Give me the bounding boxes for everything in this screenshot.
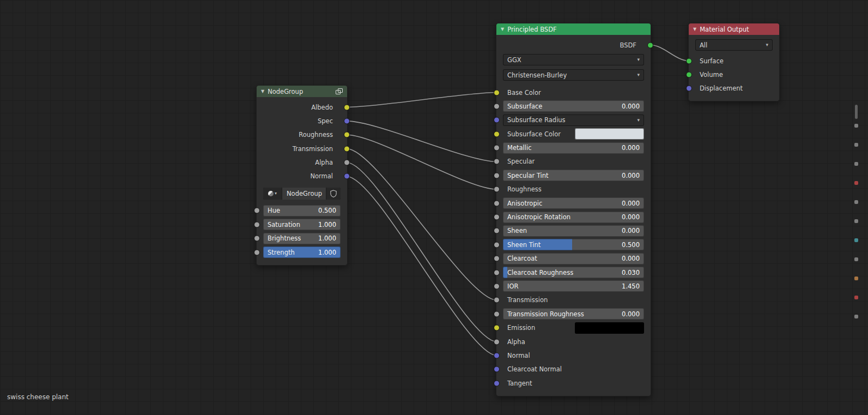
- gray-socket[interactable]: [494, 172, 500, 178]
- gray-socket[interactable]: [254, 236, 260, 242]
- slider-value: 1.000: [318, 249, 336, 256]
- material-output-header[interactable]: ▼ Material Output: [689, 23, 779, 35]
- slider-label: Brightness: [268, 234, 301, 242]
- value-slider[interactable]: Brightness1.000: [263, 233, 341, 244]
- subsurface-method-dropdown[interactable]: Christensen-Burley ▾: [503, 69, 644, 81]
- node-nodegroup[interactable]: ▼ NodeGroup AlbedoSpecRoughnessTransmiss…: [256, 85, 348, 266]
- collapse-triangle-icon[interactable]: ▼: [501, 27, 504, 32]
- subsurface-radius-dropdown[interactable]: Subsurface Radius▾: [503, 115, 644, 126]
- output-label: Roughness: [299, 131, 333, 139]
- output-row: Normal: [263, 171, 341, 182]
- output-row: Spec: [263, 115, 341, 127]
- fake-user-shield-icon[interactable]: [326, 188, 341, 200]
- principled-header[interactable]: ▼ Principled BSDF: [496, 23, 651, 35]
- gray-socket[interactable]: [254, 208, 260, 214]
- gray-socket[interactable]: [494, 103, 500, 109]
- purple-socket[interactable]: [494, 366, 500, 372]
- value-slider[interactable]: Metallic0.000: [503, 142, 644, 154]
- purple-socket[interactable]: [494, 117, 500, 123]
- gray-socket[interactable]: [494, 214, 500, 220]
- distribution-dropdown[interactable]: GGX ▾: [503, 54, 644, 65]
- value-slider[interactable]: Clearcoat Roughness0.030: [503, 267, 644, 278]
- gray-socket[interactable]: [494, 339, 500, 345]
- bsdf-input-row: Normal: [503, 350, 644, 361]
- gray-socket[interactable]: [494, 256, 500, 262]
- value-slider[interactable]: Sheen Tint0.500: [503, 239, 644, 250]
- purple-socket[interactable]: [494, 380, 500, 386]
- target-dropdown[interactable]: All ▾: [695, 39, 773, 51]
- value-slider[interactable]: Clearcoat0.000: [503, 253, 644, 264]
- value-slider[interactable]: Subsurface0.000: [503, 100, 644, 112]
- gray-socket[interactable]: [494, 187, 500, 193]
- node-link: [347, 93, 497, 107]
- chevron-down-icon: ▾: [637, 118, 640, 123]
- value-slider[interactable]: Specular Tint0.000: [503, 170, 644, 181]
- slider-label: Clearcoat: [507, 255, 537, 262]
- slider-label: Anisotropic: [507, 200, 542, 207]
- value-slider[interactable]: IOR1.450: [503, 280, 644, 292]
- collapse-triangle-icon[interactable]: ▼: [693, 27, 696, 32]
- value-slider[interactable]: Transmission Roughness0.000: [503, 308, 644, 320]
- gray-socket[interactable]: [494, 159, 500, 165]
- color-swatch[interactable]: [575, 322, 644, 334]
- gray-socket[interactable]: [494, 269, 500, 275]
- slider-value: 0.000: [622, 310, 640, 318]
- nodegroup-name-field[interactable]: NodeGroup: [282, 188, 326, 200]
- value-slider[interactable]: Anisotropic0.000: [503, 197, 644, 209]
- slider-label: Transmission Roughness: [507, 310, 584, 318]
- gray-socket[interactable]: [494, 228, 500, 234]
- value-slider[interactable]: Strength1.000: [263, 246, 341, 258]
- slider-label: Specular Tint: [507, 172, 549, 179]
- edge-dot-icon: [854, 124, 858, 128]
- purple-socket[interactable]: [686, 86, 692, 92]
- green-socket[interactable]: [686, 58, 692, 64]
- gray-socket[interactable]: [494, 200, 500, 206]
- browse-nodetree-icon[interactable]: ▾: [263, 188, 282, 200]
- gray-socket[interactable]: [494, 297, 500, 303]
- nodegroup-selector[interactable]: ▾ NodeGroup: [263, 188, 341, 200]
- nodegroup-title: NodeGroup: [268, 88, 332, 95]
- gray-socket[interactable]: [494, 311, 500, 317]
- purple-socket[interactable]: [494, 352, 500, 358]
- purple-socket[interactable]: [344, 118, 350, 124]
- value-slider[interactable]: Saturation1.000: [263, 219, 341, 230]
- input-row: Strength1.000: [263, 246, 341, 258]
- bsdf-input-row: Transmission Roughness0.000: [503, 308, 644, 320]
- gray-socket[interactable]: [344, 160, 350, 166]
- edge-dot-icon: [854, 181, 858, 185]
- input-label: Tangent: [507, 380, 532, 387]
- edge-dot-icon: [854, 200, 858, 204]
- color-swatch[interactable]: [575, 128, 644, 140]
- nodegroup-header[interactable]: ▼ NodeGroup: [257, 86, 347, 97]
- green-socket[interactable]: [686, 71, 692, 77]
- shader-output-socket[interactable]: [647, 42, 653, 48]
- yellow-socket[interactable]: [344, 104, 350, 110]
- bsdf-input-row: Specular Tint0.000: [503, 170, 644, 181]
- purple-socket[interactable]: [344, 173, 350, 179]
- right-edge-icons: [852, 0, 861, 415]
- value-slider[interactable]: Anisotropic Rotation0.000: [503, 212, 644, 223]
- chevron-down-icon: ▾: [766, 43, 768, 47]
- yellow-socket[interactable]: [494, 131, 500, 137]
- node-principled-bsdf[interactable]: ▼ Principled BSDF BSDF GGX ▾ Christensen…: [496, 23, 651, 396]
- output-input-row: Displacement: [695, 83, 773, 94]
- slider-value: 1.000: [318, 234, 336, 242]
- node-editor-canvas[interactable]: ▼ NodeGroup AlbedoSpecRoughnessTransmiss…: [0, 0, 868, 415]
- yellow-socket[interactable]: [494, 89, 500, 95]
- gray-socket[interactable]: [254, 221, 260, 227]
- gray-socket[interactable]: [494, 242, 500, 248]
- slider-value: 0.000: [622, 200, 640, 207]
- gray-socket[interactable]: [254, 249, 260, 255]
- gray-socket[interactable]: [494, 283, 500, 289]
- yellow-socket[interactable]: [494, 325, 500, 331]
- chevron-down-icon: ▾: [275, 191, 277, 196]
- value-slider[interactable]: Hue0.500: [263, 205, 341, 216]
- value-slider[interactable]: Sheen0.000: [503, 225, 644, 237]
- yellow-socket[interactable]: [344, 146, 350, 152]
- input-row: Saturation1.000: [263, 219, 341, 230]
- gray-socket[interactable]: [494, 145, 500, 151]
- node-material-output[interactable]: ▼ Material Output All ▾ SurfaceVolumeDis…: [688, 23, 780, 101]
- collapse-triangle-icon[interactable]: ▼: [261, 89, 264, 94]
- input-label: Emission: [503, 324, 575, 332]
- yellow-socket[interactable]: [344, 132, 350, 138]
